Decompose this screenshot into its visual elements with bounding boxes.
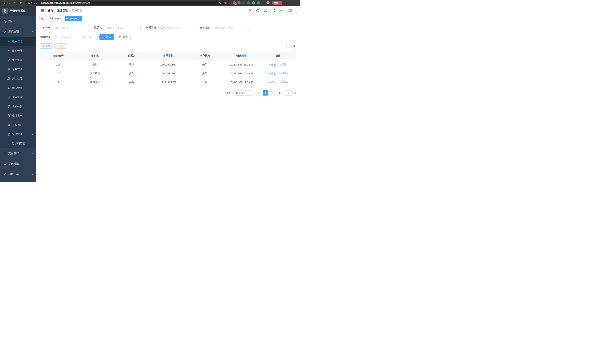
delete-link[interactable]: 删除 [280,72,288,75]
breadcrumb-item[interactable]: 系统管理 [57,9,67,12]
mobile-label: 联系手机 [146,26,156,29]
goto-suffix: 页 [294,91,296,95]
header-search-button[interactable] [247,7,253,14]
sidebar-item-pay[interactable]: ¥支付管理 [0,148,36,159]
delete-link-label: 删除 [283,63,288,66]
sidebar-item-devtools[interactable]: 研发工具 [0,169,36,179]
sidebar-item-online-user[interactable]: 在线用户 [0,121,36,130]
navbar-actions: TT [247,7,297,14]
sidebar-item-menu[interactable]: 菜单管理 [0,65,36,74]
plus-icon [42,45,45,47]
help-button[interactable] [262,7,269,14]
contact-input[interactable] [104,25,141,31]
edit-link[interactable]: 修改 [268,63,276,66]
delete-link[interactable]: 删除 [280,81,288,84]
reset-button[interactable]: 重置 [116,34,131,40]
sidebar-item-label: 通知公告 [12,105,22,108]
cell-id: 107 [40,69,77,78]
github-button[interactable] [254,7,261,14]
goto-page-input[interactable] [285,90,293,95]
browser-update-button[interactable]: 更新 [272,1,282,5]
edit-link[interactable]: 修改 [268,72,276,75]
app-logo[interactable]: 芋道管理系统 [0,6,36,16]
next-page-button[interactable] [270,90,275,95]
colorful-extension-icon[interactable]: 10 [233,1,236,4]
refresh-icon [293,45,295,47]
profile-avatar-icon[interactable] [266,1,270,4]
start-date-input[interactable] [58,36,76,38]
sidebar-item-home[interactable]: 首页 [0,16,36,27]
sidebar-item-user[interactable]: 用户管理 [0,46,36,56]
end-date-input[interactable] [78,36,95,38]
sidebar-item-notice[interactable]: 通知公告 [0,102,36,111]
search-button[interactable]: 搜索 [99,34,114,40]
sidebar-item-system[interactable]: 系统管理 [0,27,36,37]
tab-租户管理[interactable]: 租户管理 [65,16,82,21]
fullscreen-button[interactable] [270,7,276,14]
status-select[interactable] [213,25,249,31]
menu-list-icon [7,68,10,71]
breadcrumb-item[interactable]: 首页 [48,9,53,12]
page-size-select[interactable]: 10条/页 [234,90,252,95]
sidebar-item-label: 字典管理 [12,95,22,99]
prev-page-button[interactable] [256,90,261,95]
edit-link[interactable]: 修改 [268,81,276,84]
error-code-icon [7,142,10,145]
user-avatar-dropdown[interactable] [287,7,297,14]
toggle-search-button[interactable] [284,43,289,49]
sidebar-item-label: 岗位管理 [12,86,22,90]
sidebar-item-label: 审计日志 [12,114,22,117]
sidebar-item-audit-log[interactable]: 审计日志 [0,111,36,121]
add-button-label: 新增 [46,45,50,48]
sidebar-item-post[interactable]: 岗位管理 [0,83,36,93]
mobile-input[interactable] [159,25,195,31]
reload-button[interactable] [13,0,18,5]
font-size-button[interactable]: TT [278,7,284,14]
page-size-value: 10条/页 [236,91,244,95]
back-button[interactable] [2,0,7,5]
tenant-name-input[interactable] [53,25,89,31]
breadcrumb-item: 租户管理 [72,9,82,12]
date-range-picker[interactable]: - [53,34,98,40]
breadcrumb-separator: / [55,9,56,12]
cell-contact: 秃头 [113,69,150,78]
olive-extension-icon[interactable] [247,1,250,4]
delete-icon [280,72,282,75]
forward-button[interactable] [7,0,12,5]
sidebar-item-tenant[interactable]: 租户管理 [0,37,36,46]
share-button[interactable] [218,1,222,5]
sidebar-item-infra[interactable]: 基础设施 [0,159,36,169]
blue-extension-icon[interactable] [237,1,241,4]
tab-部门管理[interactable]: 部门管理 [48,16,64,21]
delete-link[interactable]: 删除 [280,63,288,66]
url-bar[interactable]: 不安全 dashboard.yudao.iocoder.cn/system/te… [25,1,229,5]
sidebar-collapse-button[interactable] [39,8,45,14]
dark-pin-extension-icon[interactable] [262,1,265,4]
delete-icon [280,81,282,84]
teal-check-extension-icon[interactable] [252,1,255,4]
refresh-table-button[interactable] [291,43,296,49]
sidebar-item-error-code[interactable]: 错误码管理 [0,139,36,148]
question-icon [264,9,267,12]
close-icon[interactable] [60,18,62,20]
sidebar-item-role[interactable]: 角色管理 [0,56,36,65]
add-button[interactable]: 新增 [40,43,53,49]
page-1-button[interactable]: 1 [263,90,268,95]
download-icon [57,45,59,47]
delete-link-label: 删除 [283,72,288,75]
home-button[interactable] [19,0,23,5]
security-label[interactable]: 不安全 [31,1,38,4]
sidebar-item-dict[interactable]: 字典管理 [0,93,36,102]
dark-sphere-extension-icon[interactable] [242,1,245,4]
export-button[interactable]: 导出 [54,43,67,49]
search-icon [103,36,105,38]
cell-mobile: 15601691300 [150,60,187,69]
tab-首页[interactable]: 首页 [39,16,47,21]
close-icon[interactable] [78,18,81,20]
sidebar-item-dept[interactable]: 部门管理 [0,74,36,83]
bookmark-star-button[interactable] [223,1,227,5]
chevron-right-icon [271,92,273,94]
sidebar-item-sms[interactable]: 短信管理 [0,130,36,139]
chevron-down-icon [31,163,34,165]
green-extension-icon[interactable] [257,1,260,4]
